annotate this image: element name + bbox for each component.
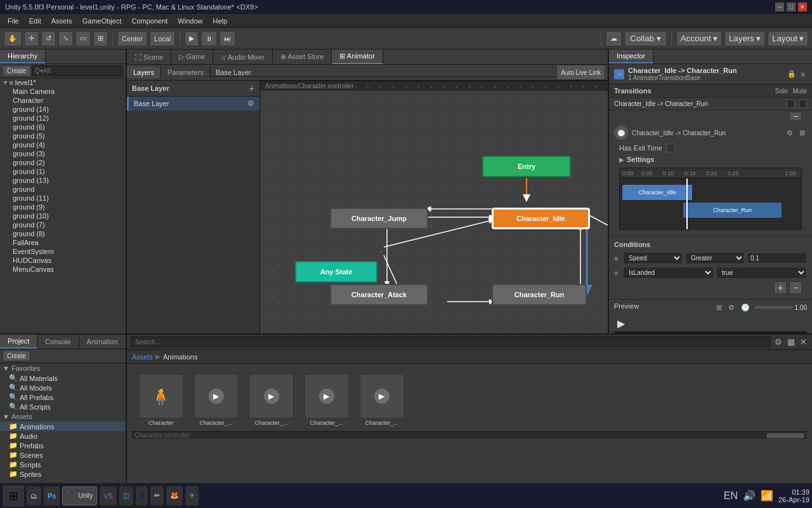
- auto-live-link-button[interactable]: Auto Live Link: [556, 65, 605, 80]
- hierarchy-item-ground8[interactable]: ground (8): [0, 229, 126, 238]
- menu-assets[interactable]: Assets: [46, 16, 77, 26]
- state-run-node[interactable]: Character_Run: [492, 284, 587, 305]
- asset-filter-button[interactable]: ▦: [786, 336, 796, 348]
- hierarchy-item-camera[interactable]: Main Camera: [0, 87, 126, 96]
- asset-close-search-button[interactable]: ✕: [799, 336, 808, 348]
- taskbar-telegram-button[interactable]: ✈: [185, 486, 199, 505]
- preview-clock-button[interactable]: 🕐: [739, 303, 752, 312]
- state-idle-node[interactable]: Character_Idle: [492, 208, 590, 229]
- state-jump-node[interactable]: Character_Jump: [330, 208, 428, 229]
- maximize-button[interactable]: □: [787, 3, 796, 11]
- asset-item-anim4[interactable]: ▶ Character_...: [358, 374, 405, 426]
- state-any-node[interactable]: Any State: [295, 261, 377, 283]
- account-button[interactable]: Account ▾: [676, 31, 722, 46]
- solo-checkbox[interactable]: [787, 100, 795, 108]
- project-folder-scripts[interactable]: 📁 Scripts: [0, 460, 126, 469]
- hierarchy-item-character[interactable]: Character: [0, 96, 126, 105]
- preview-expand-button[interactable]: ⊞: [714, 303, 724, 312]
- condition-remove-button[interactable]: −: [789, 281, 802, 294]
- local-toggle-button[interactable]: Local: [150, 31, 175, 46]
- hierarchy-item-menucanvas[interactable]: MenuCanvas: [0, 265, 126, 274]
- layers-button[interactable]: Layers ▾: [724, 31, 765, 46]
- taskbar-skype-button[interactable]: S: [136, 486, 148, 505]
- hierarchy-item-ground3[interactable]: ground (3): [0, 149, 126, 158]
- favorites-section-header[interactable]: ▼ Favorites: [0, 363, 126, 373]
- minimize-button[interactable]: ─: [775, 3, 784, 11]
- condition-add-button[interactable]: +: [774, 281, 787, 294]
- anim-add-layer-button[interactable]: +: [249, 83, 254, 93]
- taskbar-explorer-button[interactable]: 🗂: [27, 486, 41, 505]
- project-create-button[interactable]: Create: [3, 351, 30, 361]
- hierarchy-item-hudcanvas[interactable]: HUDCanvas: [0, 256, 126, 265]
- taskbar-pen-button[interactable]: ✏: [150, 486, 164, 505]
- asset-item-anim3[interactable]: ▶ Character_...: [303, 374, 350, 426]
- taskbar-firefox-button[interactable]: 🦊: [166, 486, 183, 505]
- tab-hierarchy[interactable]: Hierarchy: [0, 50, 46, 64]
- hierarchy-item-fallarea[interactable]: FallArea: [0, 238, 126, 247]
- collab-button[interactable]: Collab ▾: [624, 31, 667, 46]
- rect-tool-button[interactable]: ▭: [75, 31, 91, 46]
- condition-val-1[interactable]: true false: [716, 267, 807, 279]
- condition-val-0[interactable]: [747, 253, 807, 264]
- project-item-all-materials[interactable]: 🔍 All Materials: [0, 373, 126, 383]
- project-folder-audio[interactable]: 📁 Audio: [0, 431, 126, 441]
- tab-console[interactable]: Console: [37, 335, 79, 349]
- hierarchy-item-ground7[interactable]: ground (7): [0, 220, 126, 229]
- asset-scroll-thumb[interactable]: [766, 433, 804, 438]
- timeline-idle-track[interactable]: Character_Idle: [622, 185, 692, 200]
- state-entry-node[interactable]: Entry: [482, 156, 571, 177]
- hierarchy-item-ground9[interactable]: ground (9): [0, 203, 126, 211]
- tab-animator[interactable]: ⊞ Animator: [332, 50, 383, 64]
- asset-item-anim2[interactable]: ▶ Character_...: [247, 374, 295, 426]
- tab-asset-store[interactable]: ⊕ Asset Store: [273, 50, 332, 64]
- transitions-item[interactable]: Character_Idle -> Character_Run: [609, 98, 812, 110]
- taskbar-vs-button[interactable]: VS: [100, 486, 117, 505]
- tab-audio-mixer[interactable]: ♫ Audio Mixer: [213, 50, 273, 64]
- hierarchy-item-ground[interactable]: ground: [0, 185, 126, 194]
- transform-tool-button[interactable]: ⊞: [93, 31, 108, 46]
- transition-remove-button[interactable]: −: [789, 112, 802, 121]
- hierarchy-item-ground5[interactable]: ground (5): [0, 131, 126, 140]
- hierarchy-item-ground10[interactable]: ground (10): [0, 211, 126, 220]
- pause-button[interactable]: ⏸: [201, 31, 217, 46]
- asset-item-character[interactable]: 🧍 Character: [137, 374, 185, 426]
- menu-edit[interactable]: Edit: [24, 16, 46, 26]
- hierarchy-item-eventsystem[interactable]: EventSystem: [0, 247, 126, 256]
- hierarchy-scene-item[interactable]: ▼ ≡ level1*: [0, 78, 126, 87]
- menu-file[interactable]: File: [3, 16, 24, 26]
- taskbar-unity-button[interactable]: ⬛ Unity: [62, 486, 97, 505]
- has-exit-time-checkbox[interactable]: [666, 144, 675, 152]
- breadcrumb-animations[interactable]: Animations: [163, 353, 197, 361]
- taskbar-vscode-button[interactable]: ◫: [119, 486, 133, 505]
- condition-op-0[interactable]: Greater Less: [685, 252, 745, 264]
- hierarchy-item-ground4[interactable]: ground (4): [0, 140, 126, 149]
- hierarchy-search-input[interactable]: [32, 65, 123, 76]
- project-item-all-prefabs[interactable]: 🔍 All Prefabs: [0, 392, 126, 402]
- settings-toggle-row[interactable]: ▶ Settings: [614, 154, 807, 165]
- inspector-menu-button[interactable]: ≡: [799, 69, 807, 79]
- mute-checkbox[interactable]: [799, 100, 807, 108]
- close-button[interactable]: ✕: [798, 3, 807, 11]
- asset-scrollbar[interactable]: Character.controller: [132, 431, 807, 439]
- breadcrumb-assets[interactable]: Assets: [132, 353, 153, 361]
- base-layer-item[interactable]: Base Layer ⚙: [127, 97, 259, 110]
- timeline-run-track[interactable]: Character_Run: [683, 203, 782, 218]
- menu-component[interactable]: Component: [126, 16, 173, 26]
- project-folder-sprites[interactable]: 📁 Sprites: [0, 469, 126, 479]
- project-item-all-scripts[interactable]: 🔍 All Scripts: [0, 402, 126, 411]
- asset-search-input[interactable]: [131, 337, 771, 347]
- taskbar-photoshop-button[interactable]: Ps: [44, 486, 60, 505]
- hand-tool-button[interactable]: ✋: [4, 31, 22, 46]
- condition-param-1[interactable]: IsLanded: [623, 267, 714, 279]
- scale-tool-button[interactable]: ⤡: [58, 31, 73, 46]
- cloud-button[interactable]: ☁: [606, 31, 622, 46]
- condition-param-0[interactable]: Speed: [623, 252, 683, 264]
- hierarchy-item-ground2[interactable]: ground (2): [0, 158, 126, 167]
- animator-tab-layers[interactable]: Layers: [127, 67, 161, 78]
- play-button[interactable]: ▶: [185, 31, 199, 46]
- project-item-all-models[interactable]: 🔍 All Models: [0, 383, 126, 392]
- center-toggle-button[interactable]: Center: [117, 31, 147, 46]
- assets-section-header[interactable]: ▼ Assets: [0, 411, 126, 422]
- menu-help[interactable]: Help: [207, 16, 232, 26]
- start-button[interactable]: ⊞: [3, 485, 24, 507]
